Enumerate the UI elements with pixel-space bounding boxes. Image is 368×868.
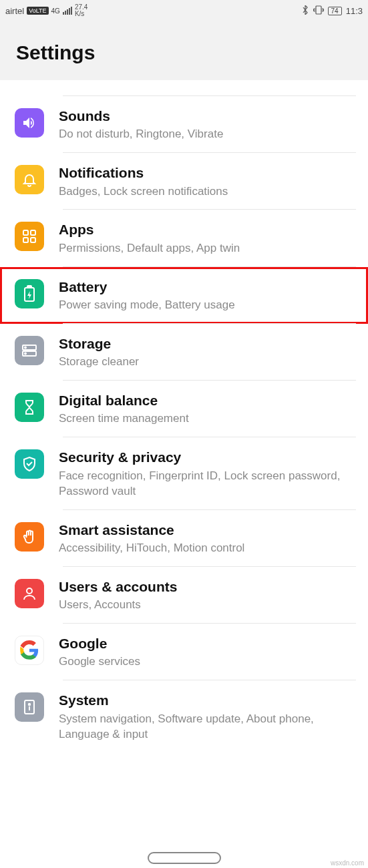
item-title: System (59, 691, 356, 709)
watermark: wsxdn.com (331, 859, 364, 867)
item-subtitle: Storage cleaner (59, 355, 356, 370)
page-title: Settings (16, 41, 352, 64)
item-title: Battery (59, 278, 356, 296)
hourglass-icon (15, 393, 44, 422)
header: Settings (0, 21, 368, 80)
apps-icon (15, 222, 44, 251)
settings-item-smart-assistance[interactable]: Smart assistance Accessibility, HiTouch,… (0, 510, 368, 567)
bell-icon (15, 165, 44, 194)
item-title: Security & privacy (59, 448, 356, 466)
svg-rect-3 (23, 238, 28, 242)
speed-label: 27.4K/s (75, 4, 87, 17)
item-title: Notifications (59, 164, 356, 182)
settings-item-battery[interactable]: Battery Power saving mode, Battery usage (0, 267, 368, 324)
settings-item-notifications[interactable]: Notifications Badges, Lock screen notifi… (0, 153, 368, 210)
nav-bar (0, 852, 368, 864)
svg-point-11 (27, 588, 32, 594)
sound-icon (15, 108, 44, 138)
clock-label: 11:3 (346, 6, 363, 16)
settings-item-users-accounts[interactable]: Users & accounts Users, Accounts (0, 567, 368, 624)
item-subtitle: Google services (59, 654, 356, 670)
carrier-label: airtel (5, 6, 24, 16)
item-subtitle: Badges, Lock screen notifications (59, 184, 356, 200)
item-title: Smart assistance (59, 521, 356, 539)
settings-item-digital-balance[interactable]: Digital balance Screen time management (0, 381, 368, 437)
item-title: Digital balance (59, 391, 356, 409)
item-title: Storage (59, 335, 356, 353)
status-bar: airtel VoLTE 4G 27.4K/s 74 11:3 (0, 0, 368, 21)
svg-rect-0 (316, 6, 321, 14)
item-subtitle: Screen time management (59, 411, 356, 427)
settings-item-sounds[interactable]: Sounds Do not disturb, Ringtone, Vibrate (0, 96, 368, 153)
battery-charging-icon (15, 279, 44, 308)
item-subtitle: Face recognition, Fingerprint ID, Lock s… (59, 469, 356, 499)
volte-badge: VoLTE (27, 7, 48, 15)
battery-icon: 74 (328, 7, 342, 15)
item-subtitle: Power saving mode, Battery usage (59, 298, 356, 313)
svg-point-13 (29, 704, 30, 705)
item-title: Sounds (59, 107, 356, 125)
item-title: Users & accounts (59, 578, 356, 596)
svg-point-9 (25, 347, 26, 348)
settings-item-storage[interactable]: Storage Storage cleaner (0, 324, 368, 381)
partial-row-top (0, 80, 368, 96)
svg-rect-2 (31, 230, 35, 235)
signal-icon (63, 7, 72, 15)
settings-item-google[interactable]: Google Google services (0, 624, 368, 680)
info-icon (15, 692, 44, 722)
item-subtitle: Permissions, Default apps, App twin (59, 241, 356, 256)
svg-rect-1 (23, 230, 28, 235)
settings-list: Sounds Do not disturb, Ringtone, Vibrate… (0, 80, 368, 779)
settings-item-security[interactable]: Security & privacy Face recognition, Fin… (0, 437, 368, 509)
settings-item-system[interactable]: System System navigation, Software updat… (0, 680, 368, 752)
hand-icon (15, 522, 44, 552)
shield-icon (15, 449, 44, 479)
svg-point-10 (25, 353, 26, 354)
vibrate-icon (313, 5, 324, 17)
user-icon (15, 579, 44, 608)
storage-icon (15, 336, 44, 365)
item-subtitle: Do not disturb, Ringtone, Vibrate (59, 127, 356, 142)
bluetooth-icon (301, 5, 309, 17)
item-subtitle: System navigation, Software update, Abou… (59, 712, 356, 742)
item-subtitle: Users, Accounts (59, 598, 356, 613)
svg-rect-6 (27, 286, 31, 288)
item-subtitle: Accessibility, HiTouch, Motion control (59, 541, 356, 556)
item-title: Google (59, 634, 356, 652)
svg-rect-4 (31, 238, 35, 242)
settings-item-apps[interactable]: Apps Permissions, Default apps, App twin (0, 210, 368, 266)
network-label: 4G (51, 7, 60, 15)
item-title: Apps (59, 220, 356, 238)
nav-pill[interactable] (148, 852, 221, 864)
google-icon (15, 636, 44, 665)
